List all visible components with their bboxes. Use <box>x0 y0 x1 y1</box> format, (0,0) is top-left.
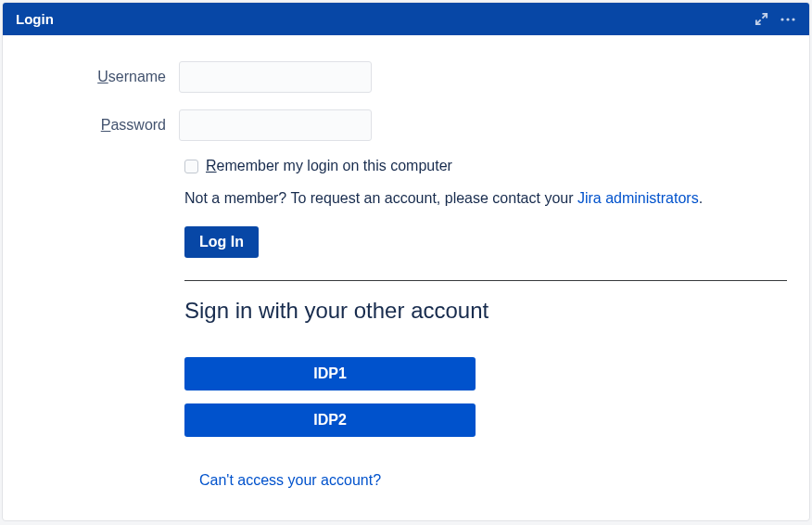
svg-point-2 <box>792 18 794 20</box>
divider <box>184 280 787 281</box>
username-row: Username <box>3 61 809 93</box>
username-label: Username <box>3 69 179 85</box>
expand-icon[interactable] <box>755 12 768 26</box>
login-panel: Login Username <box>2 2 810 521</box>
remember-checkbox[interactable] <box>184 160 198 173</box>
not-member-text: Not a member? To request an account, ple… <box>184 187 787 210</box>
remember-row: Remember my login on this computer <box>184 158 787 174</box>
password-row: Password <box>3 109 809 141</box>
panel-content: Username Password Remember my login on t… <box>3 35 809 489</box>
sso-heading: Sign in with your other account <box>184 298 787 324</box>
remember-label[interactable]: Remember my login on this computer <box>206 158 452 174</box>
cant-access-row: Can't access your account? <box>199 472 809 489</box>
idp2-button[interactable]: IDP2 <box>184 403 476 437</box>
login-button-row: Log In <box>184 226 787 258</box>
login-button[interactable]: Log In <box>184 226 259 258</box>
panel-title: Login <box>16 11 54 27</box>
sso-section: Sign in with your other account IDP1 IDP… <box>184 298 787 437</box>
svg-point-0 <box>780 18 783 20</box>
svg-point-1 <box>786 18 789 20</box>
cant-access-link[interactable]: Can't access your account? <box>199 472 381 488</box>
header-actions <box>755 12 796 27</box>
more-icon[interactable] <box>780 12 796 27</box>
password-label: Password <box>3 117 179 134</box>
jira-admins-link[interactable]: Jira administrators <box>577 190 699 206</box>
username-input[interactable] <box>179 61 372 93</box>
idp1-button[interactable]: IDP1 <box>184 357 476 391</box>
password-input[interactable] <box>179 109 372 141</box>
panel-header: Login <box>3 3 809 35</box>
